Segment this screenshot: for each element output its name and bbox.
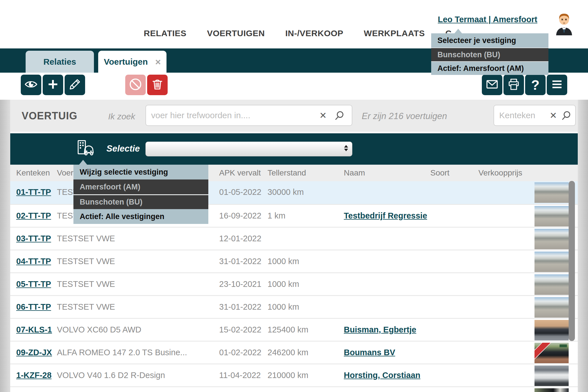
vehicle-thumbnail[interactable] xyxy=(534,366,569,386)
trash-button[interactable] xyxy=(147,75,168,95)
vehicle-thumbnail[interactable] xyxy=(534,320,569,340)
menu-icon xyxy=(550,77,564,92)
kenteken-link[interactable]: 04-TT-TP xyxy=(16,257,51,266)
pencil-button[interactable] xyxy=(65,75,85,95)
plate-search-icon[interactable] xyxy=(561,111,571,122)
printer-button[interactable] xyxy=(503,75,524,95)
cell-apk-vervalt: 16-09-2022 xyxy=(219,205,261,227)
menu-item-bunschoten-bu-[interactable]: Bunschoten (BU) xyxy=(431,48,548,61)
vestiging-selection-menu: Wijzig selectie vestiging Amersfoort (AM… xyxy=(73,165,208,224)
table-row[interactable] xyxy=(10,386,578,392)
vehicle-thumbnail[interactable] xyxy=(534,388,569,392)
page-margin xyxy=(578,100,588,392)
kenteken-link[interactable]: 07-KLS-1 xyxy=(16,325,52,334)
menu-item-bunschoten-bu-[interactable]: Bunschoten (BU) xyxy=(73,194,208,209)
mail-button[interactable] xyxy=(482,75,502,95)
column-header-apk-vervalt[interactable]: APK vervalt xyxy=(219,165,261,181)
column-header-verkoopprijs[interactable]: Verkoopprijs xyxy=(478,165,522,181)
kenteken-link[interactable]: 1-KZF-28 xyxy=(16,371,52,380)
naam-link[interactable]: Buisman, Egbertje xyxy=(344,325,416,334)
menu-button[interactable] xyxy=(547,75,567,95)
cell-apk-vervalt: 23-10-2021 xyxy=(219,273,261,295)
scrollbar-thumb[interactable] xyxy=(569,181,575,341)
cell-voertuig: TESTSET VWE xyxy=(57,296,115,318)
cell-tellerstand: 246200 km xyxy=(268,342,309,364)
tab-close-icon[interactable]: × xyxy=(155,57,161,67)
kenteken-link[interactable]: 01-TT-TP xyxy=(16,187,51,197)
cell-apk-vervalt: 31-01-2022 xyxy=(219,250,261,272)
kenteken-link[interactable]: 02-TT-TP xyxy=(16,211,51,220)
selection-select[interactable] xyxy=(145,142,352,156)
menu-item-amersfoort-am-[interactable]: Amersfoort (AM) xyxy=(73,179,208,194)
eye-button[interactable] xyxy=(21,75,41,95)
tab-label: Relaties xyxy=(43,57,76,67)
cell-voertuig: TESTSET VWE xyxy=(57,250,115,272)
user-avatar[interactable] xyxy=(553,10,575,36)
cell-tellerstand: 30000 km xyxy=(268,181,304,203)
vehicle-thumbnail[interactable] xyxy=(534,206,569,226)
vehicle-thumbnail[interactable] xyxy=(534,297,569,318)
table-row[interactable]: 1-KZF-28VOLVO V40 1.6 D2 R-Design11-04-2… xyxy=(10,364,578,386)
table-row[interactable]: 04-TT-TPTESTSET VWE31-01-20221000 km xyxy=(10,250,578,272)
cell-kenteken: 04-TT-TP xyxy=(16,250,51,272)
vehicle-thumbnail[interactable] xyxy=(534,343,569,363)
kenteken-link[interactable]: 06-TT-TP xyxy=(16,302,51,311)
search-icon[interactable] xyxy=(334,111,344,122)
keyword-search-input[interactable] xyxy=(151,105,322,125)
nav-item-relaties[interactable]: RELATIES xyxy=(144,28,186,38)
dealership-vehicles-icon xyxy=(76,140,95,158)
vehicle-thumbnail[interactable] xyxy=(534,252,569,272)
clear-plate-icon[interactable]: ✕ xyxy=(550,110,557,121)
naam-link[interactable]: Boumans BV xyxy=(344,348,395,357)
table-row[interactable]: 05-TT-TPTESTSET VWE23-10-20211000 km xyxy=(10,272,578,295)
selection-label: Selectie xyxy=(106,144,140,154)
vehicle-thumbnail[interactable] xyxy=(534,229,569,249)
naam-link[interactable]: Horsting, Corstiaan xyxy=(344,371,420,380)
kenteken-link[interactable]: 03-TT-TP xyxy=(16,234,51,243)
cell-tellerstand: 1 km xyxy=(268,205,285,227)
nav-item-voertuigen[interactable]: VOERTUIGEN xyxy=(207,28,265,38)
cell-voertuig: TESTSET VWE xyxy=(57,273,115,295)
select-spinner-icon xyxy=(344,145,348,151)
table-row[interactable]: 03-TT-TPTESTSET VWE12-01-2022 xyxy=(10,227,578,250)
cell-apk-vervalt: 01-05-2022 xyxy=(219,181,261,203)
cell-tellerstand: 1000 km xyxy=(268,273,299,295)
cell-naam: Boumans BV xyxy=(344,342,395,364)
question-button[interactable]: ? xyxy=(525,75,546,95)
section-title: VOERTUIG xyxy=(22,110,77,122)
cell-voertuig: ALFA ROMEO 147 2.0 TS Busine... xyxy=(57,342,187,364)
naam-link[interactable]: Testbedrijf Regressie xyxy=(344,211,427,220)
column-header-tellerstand[interactable]: Tellerstand xyxy=(268,165,306,181)
user-account-link[interactable]: Leo Termaat | Amersfoort xyxy=(438,15,537,24)
column-header-naam[interactable]: Naam xyxy=(344,165,365,181)
cell-kenteken: 01-TT-TP xyxy=(16,181,51,203)
table-row[interactable]: 06-TT-TPTESTSET VWE31-01-20221000 km xyxy=(10,295,578,318)
cell-naam: Buisman, Egbertje xyxy=(344,319,416,341)
cell-tellerstand: 210000 km xyxy=(268,364,309,386)
kenteken-link[interactable]: 09-ZD-JX xyxy=(16,348,52,357)
menu-caret-icon xyxy=(79,160,87,165)
table-row[interactable]: 09-ZD-JXALFA ROMEO 147 2.0 TS Busine...0… xyxy=(10,341,578,364)
vehicle-thumbnail[interactable] xyxy=(534,274,569,295)
menu-item-actief-alle-vestigingen[interactable]: Actief: Alle vestigingen xyxy=(73,209,208,224)
table-row[interactable]: 07-KLS-1VOLVO XC60 D5 AWD15-02-202212540… xyxy=(10,318,578,341)
cell-kenteken: 05-TT-TP xyxy=(16,273,51,295)
selection-bar: Selectie xyxy=(10,133,578,165)
plus-button[interactable] xyxy=(43,75,63,95)
column-header-soort[interactable]: Soort xyxy=(430,165,449,181)
ban-button[interactable] xyxy=(125,75,146,95)
tab-voertuigen[interactable]: Voertuigen × xyxy=(98,51,166,73)
cell-apk-vervalt: 11-04-2022 xyxy=(219,364,261,386)
printer-icon xyxy=(507,77,521,92)
column-header-kenteken[interactable]: Kenteken xyxy=(16,165,50,181)
menu-item-actief-amersfoort-am-[interactable]: Actief: Amersfoort (AM) xyxy=(431,61,548,75)
nav-item-in-verkoop[interactable]: IN-/VERKOOP xyxy=(285,28,343,38)
vehicle-thumbnail[interactable] xyxy=(534,182,569,203)
clear-search-icon[interactable]: ✕ xyxy=(319,110,327,121)
tab-relaties[interactable]: Relaties xyxy=(26,51,94,73)
plate-search-input[interactable] xyxy=(499,105,550,125)
toolbar: ? xyxy=(0,73,588,100)
nav-item-werkplaats[interactable]: WERKPLAATS xyxy=(364,28,425,38)
cell-kenteken: 06-TT-TP xyxy=(16,296,51,318)
kenteken-link[interactable]: 05-TT-TP xyxy=(16,279,51,289)
